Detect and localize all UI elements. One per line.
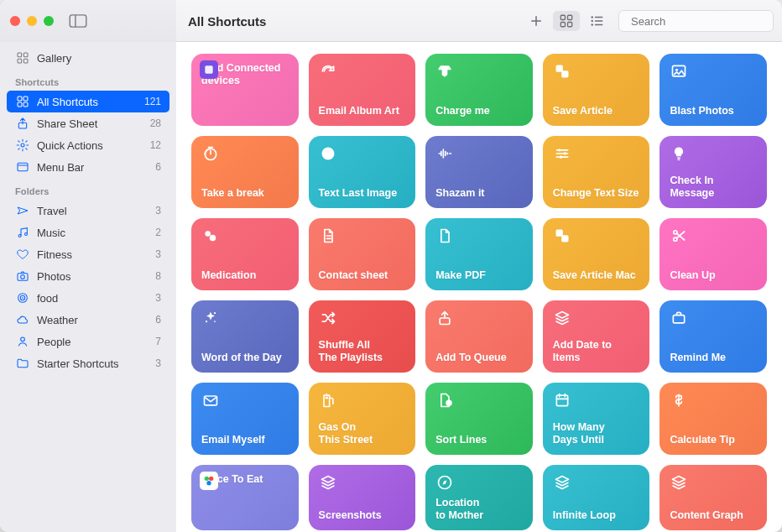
sidebar-item-count: 6 xyxy=(146,314,161,326)
docfold-icon xyxy=(435,227,454,245)
shortcut-card[interactable]: Check InMessage xyxy=(659,136,767,208)
shortcut-name: Medication xyxy=(201,269,289,282)
shortcut-card[interactable]: Sort Lines xyxy=(425,383,533,455)
svg-point-67 xyxy=(209,477,213,481)
shortcut-card[interactable]: Text Last Image xyxy=(309,136,416,208)
shortcut-card[interactable]: Shuffle AllThe Playlists xyxy=(309,300,416,373)
shortcut-name: Screenshots xyxy=(319,509,406,522)
shortcut-card[interactable]: Remind Me xyxy=(659,300,767,373)
search-input[interactable] xyxy=(631,15,772,28)
add-shortcut-button[interactable] xyxy=(523,11,550,31)
body: Gallery Shortcuts All Shortcuts121Share … xyxy=(0,42,782,532)
svg-point-6 xyxy=(592,16,593,18)
svg-point-7 xyxy=(592,20,593,22)
titlebar-left xyxy=(0,0,176,42)
shortcut-card[interactable]: Take a break xyxy=(191,136,299,208)
sidebar-item-travel[interactable]: Travel3 xyxy=(7,200,169,222)
svg-point-49 xyxy=(210,235,216,242)
content: Find ConnecteddevicesEmail Album ArtChar… xyxy=(176,42,782,532)
svg-point-57 xyxy=(214,312,216,314)
sidebar-item-people[interactable]: People7 xyxy=(7,331,169,352)
sidebar-item-starter-shortcuts[interactable]: Starter Shortcuts3 xyxy=(7,352,169,374)
shortcut-card[interactable]: Place To Eat xyxy=(191,465,299,530)
shortcut-card[interactable]: Find Connecteddevices xyxy=(191,54,299,126)
grid-view-button[interactable] xyxy=(553,11,580,31)
sidebar-item-share-sheet[interactable]: Share Sheet28 xyxy=(7,112,169,134)
sidebar-item-food[interactable]: food3 xyxy=(7,287,169,309)
sidebar-item-weather[interactable]: Weather6 xyxy=(7,309,169,331)
app-window: All Shortcuts Gallery Shortcuts All Shor… xyxy=(0,0,782,532)
sidebar-item-fitness[interactable]: Fitness3 xyxy=(7,243,169,265)
shortcut-card[interactable]: A文Save Article xyxy=(543,54,650,126)
plus-icon xyxy=(529,13,544,29)
shortcut-card[interactable]: Content Graph xyxy=(659,465,767,530)
sidebar-item-photos[interactable]: Photos8 xyxy=(7,265,169,287)
shuffle-icon xyxy=(319,309,337,327)
shortcut-name: Content Graph xyxy=(670,509,757,522)
svg-point-43 xyxy=(558,149,560,151)
sidebar-item-menu-bar[interactable]: Menu Bar6 xyxy=(7,156,169,178)
search-field[interactable] xyxy=(618,10,774,32)
close-window-button[interactable] xyxy=(10,16,20,26)
svg-point-27 xyxy=(24,232,27,235)
shortcut-card[interactable]: Add Date to Items xyxy=(543,300,650,373)
shortcut-name: Make PDF xyxy=(435,269,523,282)
plane-icon xyxy=(15,203,30,218)
sidebar-toggle-button[interactable] xyxy=(69,14,87,28)
minimize-window-button[interactable] xyxy=(27,16,37,26)
sidebar-item-quick-actions[interactable]: Quick Actions12 xyxy=(7,134,169,156)
shortcut-card[interactable]: Make PDF xyxy=(425,218,533,290)
shortcut-card[interactable]: Gas OnThis Street xyxy=(309,383,416,455)
cloud-icon xyxy=(15,312,30,327)
shortcut-card[interactable]: Blast Photos xyxy=(659,54,767,126)
shortcut-name: How ManyDays Until xyxy=(553,421,640,446)
shortcut-card[interactable]: Calculate Tip xyxy=(659,383,767,455)
zoom-window-button[interactable] xyxy=(44,16,54,26)
shortcut-card[interactable]: Email Myself xyxy=(191,383,299,455)
svg-point-8 xyxy=(592,23,593,25)
shortcut-card[interactable]: Clean Up xyxy=(659,218,767,290)
svg-point-32 xyxy=(22,297,23,299)
shortcut-card[interactable]: Change Text Size xyxy=(543,136,650,208)
sidebar-item-music[interactable]: Music2 xyxy=(7,222,169,243)
shortcut-name: Shuffle AllThe Playlists xyxy=(319,339,406,364)
image-icon xyxy=(670,62,688,81)
shortcut-name: Add Date to Items xyxy=(553,339,640,364)
shortcut-name: Take a break xyxy=(201,187,289,200)
waveform-icon xyxy=(435,144,454,163)
translate-icon: A文 xyxy=(553,62,571,81)
shortcut-name: Calculate Tip xyxy=(670,434,757,446)
shortcut-name: Sort Lines xyxy=(435,434,523,446)
shortcut-card[interactable]: Email Album Art xyxy=(309,54,416,126)
svg-rect-46 xyxy=(677,158,680,159)
shortcut-card[interactable]: Contact sheet xyxy=(309,218,416,290)
shortcut-card[interactable]: A文Save Article Mac xyxy=(543,218,650,290)
list-view-button[interactable] xyxy=(583,11,610,31)
shortcut-card[interactable]: Screenshots xyxy=(309,465,416,530)
traffic-lights xyxy=(10,16,54,26)
sidebar-item-label: Photos xyxy=(37,270,139,283)
shortcut-card[interactable]: Add To Queue xyxy=(425,300,533,373)
sidebar-item-all-shortcuts[interactable]: All Shortcuts121 xyxy=(7,91,169,112)
folder-icon xyxy=(15,356,30,371)
shortcut-card[interactable]: How ManyDays Until xyxy=(543,383,650,455)
svg-point-59 xyxy=(214,321,216,322)
sidebar-item-label: People xyxy=(37,336,139,348)
shortcut-card[interactable]: Locationto Mother xyxy=(425,465,533,530)
sidebar-icon xyxy=(69,14,87,28)
shortcut-card[interactable]: Medication xyxy=(191,218,299,290)
sidebar-header-folders: Folders xyxy=(7,178,169,200)
grid-icon xyxy=(15,94,30,109)
svg-point-68 xyxy=(206,481,211,485)
svg-point-33 xyxy=(21,337,25,342)
shortcut-card[interactable]: Shazam it xyxy=(425,136,533,208)
svg-point-40 xyxy=(675,69,678,71)
shortcut-card[interactable]: Charge me xyxy=(425,54,533,126)
svg-rect-65 xyxy=(556,395,567,406)
sidebar-gallery[interactable]: Gallery xyxy=(7,47,169,69)
shortcut-card[interactable]: Word of the Day xyxy=(191,300,299,373)
menubar-icon xyxy=(15,159,30,175)
sidebar-item-label: Starter Shortcuts xyxy=(37,357,139,370)
shortcut-card[interactable]: Infinite Loop xyxy=(543,465,650,530)
sidebar-item-label: Travel xyxy=(37,205,139,217)
